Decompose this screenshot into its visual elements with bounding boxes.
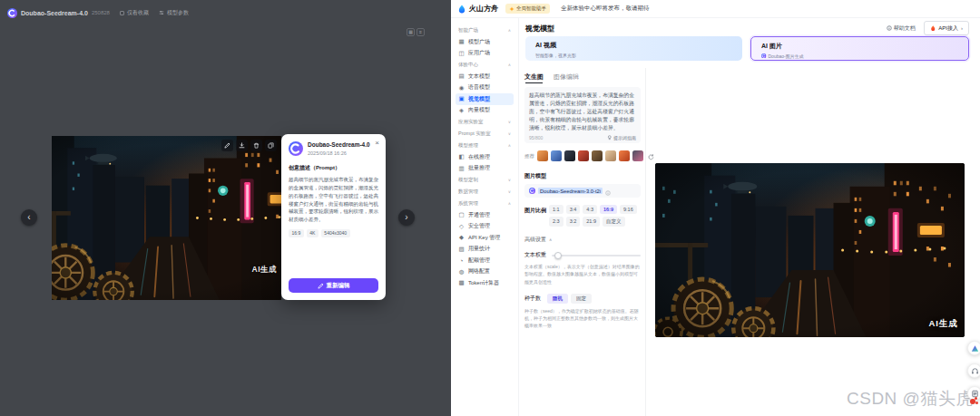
sidebar-item-app-plaza[interactable]: ◫应用广场 (456, 48, 514, 60)
recommend-thumbnail[interactable] (592, 150, 603, 161)
doubao-logo-icon (529, 188, 535, 194)
chevron-down-icon: ∨ (508, 178, 511, 182)
sidebar-item-model-plaza[interactable]: ▦模型广场 (456, 36, 514, 48)
popup-header: Doubao-Seedream-4.0 2025/09/18 16:26 (289, 141, 378, 156)
sidebar-group-customization[interactable]: 模型定制∨ (456, 174, 514, 186)
seed-option-random[interactable]: 随机 (547, 294, 568, 304)
console-header: 火山方舟 全局智能助手 全新体验中心即将发布，敬请期待 (451, 0, 980, 18)
ratio-chip-9-16[interactable]: 9:16 (620, 205, 637, 214)
sidebar-item-activation[interactable]: ▢开通管理 (456, 209, 514, 221)
favorites-filter-button[interactable]: 仅看收藏 (120, 9, 149, 17)
box-icon: ▢ (458, 211, 465, 218)
recommend-thumbnail[interactable] (537, 150, 548, 161)
close-icon[interactable]: × (375, 140, 379, 147)
sidebar-item-token-calculator[interactable]: ▩Token计算器 (456, 277, 514, 289)
help-docs-link[interactable]: 帮助文档 (887, 24, 916, 33)
recommend-thumbnail[interactable] (578, 150, 589, 161)
ratio-chip-1-1[interactable]: 1:1 (549, 205, 564, 214)
prompt-guide-link[interactable]: 提示词指南 (607, 135, 637, 140)
delete-image-button[interactable] (250, 140, 262, 151)
assistant-icon (971, 344, 979, 353)
prompt-textarea[interactable]: 超高细节的蒸汽朋克城市夜景，布满复杂的金属管道，闪烁的霓虹招牌，潮湿反光的石板路… (524, 87, 641, 143)
sidebar-group-experience[interactable]: 体验中心∧ (456, 59, 514, 71)
sidebar-item-network[interactable]: ◍网络配置 (456, 266, 514, 278)
ratio-options: 1:1 3:4 4:3 16:9 9:16 2:3 3:2 21:9 自定义 (549, 205, 641, 227)
sidebar-item-embedding-models[interactable]: ◈向量模型 (456, 105, 514, 117)
scale-slider[interactable] (552, 255, 641, 256)
sidebar-item-speech-models[interactable]: ◉语音模型 (456, 82, 514, 94)
ratio-chip-21-9[interactable]: 21:9 (583, 217, 600, 227)
globe-icon: ◍ (458, 268, 465, 276)
tab-image-edit[interactable]: 图像编辑 (554, 73, 579, 82)
document-icon: ▤ (458, 73, 465, 80)
model-selector[interactable]: Doubao-Seedream-3.0-t2i (524, 184, 641, 198)
ratio-chip-3-2[interactable]: 3:2 (566, 217, 581, 227)
refresh-button[interactable] (648, 148, 654, 164)
sidebar-group-data[interactable]: 数据管理∨ (456, 186, 514, 198)
prompt-tags: 16:9 4K 5404x3040 (289, 229, 378, 237)
sidebar-item-online-inference[interactable]: ◧在线推理 (456, 151, 514, 163)
tag-ratio: 16:9 (289, 229, 304, 237)
recommend-thumbnail[interactable] (619, 150, 630, 161)
prompt-detail-popup: Doubao-Seedream-4.0 2025/09/18 16:26 × 创… (281, 134, 386, 300)
sidebar-item-api-key[interactable]: ◆API Key 管理 (456, 232, 514, 244)
list-view-toggle[interactable]: ≡ (416, 28, 425, 36)
model-params-button[interactable]: 模型参数 (159, 9, 189, 17)
seed-option-fixed[interactable]: 固定 (571, 294, 592, 304)
steampunk-city-image (52, 136, 281, 300)
recommend-thumbnail[interactable] (564, 150, 575, 161)
ratio-chip-3-4[interactable]: 3:4 (566, 205, 581, 214)
model-info-icon[interactable] (605, 183, 611, 199)
slider-knob[interactable] (554, 252, 562, 259)
copy-image-button[interactable] (265, 140, 277, 151)
sidebar-group-plaza[interactable]: 智能广场∧ (456, 24, 514, 36)
trash-icon (253, 142, 260, 149)
recommend-label: 推荐 (524, 153, 534, 160)
ratio-chip-custom[interactable]: 自定义 (603, 217, 625, 227)
chevron-up-icon: ∧ (549, 237, 552, 242)
ai-video-card[interactable]: AI 视频 智能影像，视界光影 (525, 36, 742, 61)
support-float-button[interactable] (967, 363, 980, 378)
edit-image-button[interactable] (221, 140, 233, 151)
assistant-float-button[interactable] (967, 341, 980, 355)
ai-image-card[interactable]: AI 图片 Doubao-图片生成 (750, 36, 969, 61)
generation-preview: AI生成 (655, 163, 965, 337)
grid-view-toggle[interactable]: ▦ (407, 28, 415, 36)
sidebar-item-quota[interactable]: ◔配额管理 (456, 255, 514, 266)
global-assistant-badge[interactable]: 全局智能助手 (505, 4, 550, 14)
carousel-prev-button[interactable]: ‹ (21, 209, 37, 226)
ratio-chip-4-3[interactable]: 4:3 (583, 205, 597, 214)
info-icon (887, 25, 892, 31)
recommend-thumbnail[interactable] (632, 150, 643, 161)
sidebar-group-prompt-lab[interactable]: Prompt 实验室∨ (456, 128, 514, 140)
api-access-button[interactable]: API接入 › (924, 21, 969, 35)
ratio-chip-2-3[interactable]: 2:3 (549, 217, 564, 227)
audio-icon: ◉ (458, 84, 465, 92)
sidebar-item-vision-models[interactable]: ▣视觉模型 (456, 93, 514, 105)
recommend-thumbnail[interactable] (551, 150, 562, 161)
prompt-text: 超高细节的蒸汽朋克城市夜景，布满复杂的金属管道，闪烁的霓虹招牌，潮湿反光的石板路… (289, 176, 378, 224)
brand: 火山方舟 (457, 4, 498, 14)
recommend-thumbnail[interactable] (605, 150, 616, 161)
sidebar-item-security[interactable]: ◇安全管理 (456, 221, 514, 233)
headset-icon (971, 367, 979, 375)
gauge-icon: ◔ (458, 257, 465, 264)
volcano-flame-icon (930, 25, 936, 32)
sidebar-item-usage-stats[interactable]: ▨用量统计 (456, 244, 514, 256)
chevron-up-icon: ∧ (508, 63, 511, 67)
sidebar-item-text-models[interactable]: ▤文本模型 (456, 71, 514, 82)
download-image-button[interactable] (236, 140, 248, 151)
tab-text-to-image[interactable]: 文生图 (524, 73, 544, 82)
sidebar-group-system[interactable]: 系统管理∧ (456, 198, 514, 209)
ratio-chip-16-9[interactable]: 16:9 (600, 205, 617, 214)
re-edit-button[interactable]: 重新编辑 (289, 278, 378, 293)
ratio-field: 图片比例 1:1 3:4 4:3 16:9 9:16 2:3 3:2 21:9 … (524, 205, 641, 227)
sidebar-group-app-lab[interactable]: 应用实验室∨ (456, 116, 514, 128)
advanced-settings-toggle[interactable]: 高级设置 ∧ (524, 236, 641, 244)
page-title: 视觉模型 (525, 24, 554, 34)
csdn-watermark: CSDN @猫头虎 (847, 387, 974, 411)
sidebar-group-inference[interactable]: 模型推理∧ (456, 140, 514, 151)
viewer-model-title: Doubao-Seedream-4.0 (21, 10, 88, 16)
carousel-next-button[interactable]: › (398, 209, 415, 226)
sidebar-item-batch-inference[interactable]: ▥批量推理 (456, 163, 514, 175)
